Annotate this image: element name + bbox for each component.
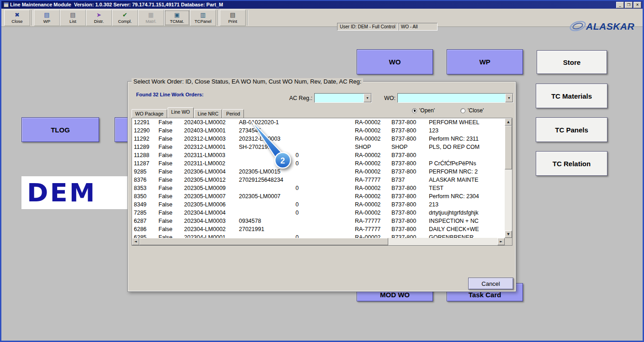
tc-materials-button[interactable]: TC Materials (536, 84, 607, 108)
list-cell: False (158, 192, 183, 200)
radio-close-icon[interactable] (460, 108, 465, 113)
list-item[interactable]: 8353False202305-LM00090RA-00002B737-800T… (132, 184, 505, 192)
list-cell: 202312-LM0003 (239, 135, 295, 143)
list-cell: 0 (296, 233, 308, 238)
cancel-button[interactable]: Cancel (468, 278, 513, 289)
list-item[interactable]: 8376False202305-LM001227029125648234RA-7… (132, 176, 505, 184)
list-cell: 202403-LM0002 (184, 118, 238, 126)
radio-open[interactable]: 'Open' (412, 107, 435, 114)
alaskar-logo: ALASKAR (569, 17, 643, 34)
list-cell: P CrĆfĆfPєPëPNѕ (429, 159, 504, 168)
print-icon: ▤ (230, 12, 235, 18)
list-cell: 202305-LM0015 (239, 168, 295, 176)
list-cell: SHOP (391, 143, 428, 151)
chevron-down-icon[interactable]: ▼ (364, 94, 371, 102)
wo-button[interactable]: WO (357, 49, 433, 74)
list-cell: B737-800 (391, 184, 428, 192)
list-cell: RA-00002 (355, 118, 391, 126)
list-cell: 0934578 (239, 217, 295, 225)
wo-list[interactable]: 12291False202403-LM0002AB-01022020-1RA-0… (132, 118, 512, 246)
list-cell: RA-00002 (355, 151, 391, 159)
toolbar-buttons: ✖Close▤WP▤List➤Distr.✔Compl.▦Matrl.▣TCMa… (4, 9, 249, 26)
list-item[interactable]: 11289False202312-LM0001SH-27021991SHOPSH… (132, 143, 505, 151)
list-icon: ▤ (70, 12, 75, 18)
list-cell: 12291 (134, 118, 158, 126)
toolbar-button-list[interactable]: ▤List (60, 10, 86, 26)
toolbar-button-tcmat[interactable]: ▣TCMat. (164, 10, 190, 26)
horizontal-scrollbar[interactable]: ◄ ► (132, 238, 505, 245)
wo-combobox[interactable]: ▼ (397, 93, 513, 103)
close-window-button[interactable]: ✕ (633, 2, 641, 8)
list-cell: B737-800 (391, 159, 428, 168)
list-item[interactable]: 12290False202403-LM00012734545RA-00002B7… (132, 126, 505, 135)
list-cell: 202304-LM0003 (184, 217, 238, 225)
toolbar-button-distr[interactable]: ➤Distr. (86, 10, 112, 26)
maximize-button[interactable]: ❒ (625, 2, 633, 8)
list-cell: B737-800 (391, 200, 428, 209)
list-cell: Perform NRC: 2304 (429, 192, 504, 200)
tab-line-wo[interactable]: Line WO (168, 107, 194, 118)
tlog-button[interactable]: TLOG (21, 117, 99, 142)
store-button[interactable]: Store (537, 50, 607, 74)
ac-reg-combobox[interactable]: ▼ (314, 93, 372, 103)
toolbar-button-tcpanel[interactable]: ▥TCPanel (190, 10, 216, 26)
list-cell: False (158, 209, 183, 217)
list-item[interactable]: 11288False202311-LM00030RA-00002B737-800 (132, 151, 505, 159)
tc-relation-button[interactable]: TC Relation (536, 151, 607, 176)
list-item[interactable]: 11287False202311-LM00020RA-00002B737-800… (132, 159, 505, 168)
scroll-up-icon[interactable]: ▲ (505, 118, 512, 126)
scroll-right-icon[interactable]: ► (497, 238, 505, 245)
list-cell: DAILY CHECK+WE (429, 225, 504, 233)
list-cell: B737-800 (391, 225, 428, 233)
list-cell: 8350 (134, 192, 158, 200)
hscroll-thumb[interactable] (139, 238, 388, 245)
list-cell: RA-00002 (355, 209, 391, 217)
wp-button[interactable]: WP (447, 49, 523, 74)
list-cell: 202305-LM0009 (184, 184, 238, 192)
wo-input[interactable] (398, 94, 505, 102)
list-cell: 8349 (134, 200, 158, 209)
list-item[interactable]: 12291False202403-LM0002AB-01022020-1RA-0… (132, 118, 505, 126)
list-item[interactable]: 9285False202306-LM0004202305-LM0015RA-00… (132, 168, 505, 176)
chevron-down-icon[interactable]: ▼ (505, 94, 513, 102)
toolbar-button-print[interactable]: ▤Print (220, 10, 246, 26)
list-cell: 0 (296, 184, 308, 192)
vscroll-thumb[interactable] (505, 126, 512, 169)
list-item[interactable]: 8349False202305-LM00060RA-00002B737-8002… (132, 200, 505, 209)
minimize-button[interactable]: _ (616, 2, 624, 8)
list-item[interactable]: 6287False202304-LM00030934578RA-77777B73… (132, 217, 505, 225)
scroll-down-icon[interactable]: ▼ (505, 231, 512, 238)
radio-close[interactable]: 'Close' (460, 107, 484, 114)
list-cell: 202304-LM0001 (184, 233, 238, 238)
toolbar-button-compl[interactable]: ✔Compl. (112, 10, 138, 26)
list-cell: 0 (296, 200, 308, 209)
list-cell: RA-00002 (355, 159, 391, 168)
list-cell: 202304-LM0002 (184, 225, 238, 233)
tc-panels-button[interactable]: TC Panels (536, 117, 607, 142)
logo-swoosh-icon: ALASKAR (569, 17, 643, 34)
list-cell: B737-800 (391, 126, 428, 135)
list-cell: 2734545 (239, 126, 295, 135)
tab-line-nrc[interactable]: Line NRC (194, 109, 222, 118)
toolbar-button-close[interactable]: ✖Close (4, 10, 30, 26)
tab-wo-package[interactable]: WO Package (132, 109, 167, 118)
list-item[interactable]: 7285False202304-LM00040RA-00002B737-800d… (132, 209, 505, 217)
list-item[interactable]: 11292False202312-LM0003202312-LM0003RA-0… (132, 135, 505, 143)
vertical-scrollbar[interactable]: ▲ ▼ (505, 118, 512, 238)
list-item[interactable]: 6285False202304-LM00010RA-00002B737-800G… (132, 233, 505, 238)
list-cell: False (158, 159, 183, 168)
list-item[interactable]: 8350False202305-LM0007202305-LM0007RA-00… (132, 192, 505, 200)
list-item[interactable]: 6286False202304-LM000227021991RA-77777B7… (132, 225, 505, 233)
list-cell: False (158, 143, 183, 151)
list-cell: 202312-LM0003 (184, 135, 238, 143)
toolbar-button-label: Distr. (94, 19, 104, 24)
radio-open-icon[interactable] (412, 108, 417, 113)
toolbar-button-label: Close (11, 19, 22, 24)
ac-reg-input[interactable] (315, 94, 364, 102)
list-cell: B737-800 (391, 209, 428, 217)
toolbar-button-wp[interactable]: ▤WP (34, 10, 60, 26)
scroll-left-icon[interactable]: ◄ (132, 238, 139, 245)
tab-period[interactable]: Period (222, 109, 243, 118)
list-cell: 202305-LM0006 (184, 200, 238, 209)
list-cell: False (158, 225, 183, 233)
